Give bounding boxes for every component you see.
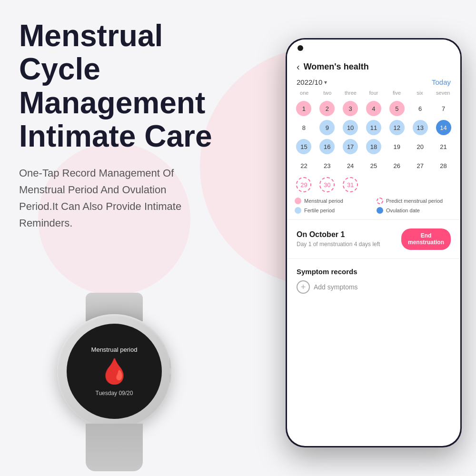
legend-dot-menstrual bbox=[295, 198, 301, 204]
watch-date: Tuesday 09/20 bbox=[96, 390, 133, 397]
weekday-2: two bbox=[316, 88, 339, 98]
calendar-day-31[interactable]: 31 bbox=[339, 176, 362, 194]
legend-ovulation: Ovulation date bbox=[377, 207, 453, 214]
calendar-day-6[interactable]: 6 bbox=[409, 99, 431, 118]
calendar-day-3[interactable]: 3 bbox=[339, 99, 362, 118]
symptom-title: Symptom records bbox=[297, 268, 451, 276]
calendar-day-2[interactable]: 2 bbox=[316, 99, 338, 118]
watch-crown-secondary bbox=[169, 374, 171, 383]
info-section: On October 1 Day 1 of menstruation 4 day… bbox=[287, 222, 460, 257]
weekday-3: three bbox=[339, 88, 362, 98]
calendar-day-10[interactable]: 10 bbox=[339, 119, 362, 137]
watch-icon: 🩸 bbox=[99, 357, 130, 386]
weekday-1: one bbox=[293, 88, 316, 98]
divider-2 bbox=[287, 258, 460, 259]
phone-top-bar bbox=[287, 40, 460, 58]
legend-label-menstrual: Menstrual period bbox=[304, 198, 343, 204]
weekday-5: five bbox=[385, 88, 408, 98]
month-label: 2022/10 bbox=[297, 78, 322, 86]
watch-body: Menstrual period 🩸 Tuesday 09/20 bbox=[57, 314, 171, 428]
calendar-days: 1234567891011121314151617181920212223242… bbox=[293, 99, 455, 194]
watch-crown bbox=[169, 355, 171, 369]
calendar-day-1[interactable]: 1 bbox=[293, 99, 315, 118]
info-text-group: On October 1 Day 1 of menstruation 4 day… bbox=[297, 230, 380, 248]
month-selector: 2022/10 ▾ Today bbox=[287, 76, 460, 88]
calendar-day-9[interactable]: 9 bbox=[316, 119, 338, 137]
camera-hole bbox=[298, 45, 303, 51]
calendar-day-18[interactable]: 18 bbox=[363, 138, 385, 156]
calendar-day-15[interactable]: 15 bbox=[293, 138, 315, 156]
watch-label: Menstrual period bbox=[91, 346, 138, 353]
calendar-day-22[interactable]: 22 bbox=[293, 157, 315, 175]
calendar-day-23[interactable]: 23 bbox=[316, 157, 338, 175]
main-title: Menstrual Cycle Management Intimate Care bbox=[19, 19, 233, 153]
weekday-7: seven bbox=[431, 88, 455, 98]
app-title: Women's health bbox=[304, 62, 369, 72]
phone-body: ‹ Women's health 2022/10 ▾ Today one two… bbox=[286, 38, 462, 447]
calendar-day-14[interactable]: 14 bbox=[432, 119, 455, 137]
symptom-section: Symptom records + Add symptoms bbox=[287, 261, 460, 300]
calendar-day-19[interactable]: 19 bbox=[386, 138, 408, 156]
calendar-day-8[interactable]: 8 bbox=[293, 119, 315, 137]
today-button[interactable]: Today bbox=[432, 78, 451, 86]
weekday-6: six bbox=[408, 88, 432, 98]
calendar-day-29[interactable]: 29 bbox=[293, 176, 315, 194]
legend-fertile: Fertile period bbox=[295, 207, 371, 214]
info-sub: Day 1 of menstruation 4 days left bbox=[297, 241, 380, 248]
calendar-day-30[interactable]: 30 bbox=[316, 176, 338, 194]
calendar-day-17[interactable]: 17 bbox=[339, 138, 362, 156]
legend-predict: Predict menstrual period bbox=[377, 198, 453, 204]
info-row: On October 1 Day 1 of menstruation 4 day… bbox=[297, 228, 451, 250]
subtitle-text: One-Tap Record Management Of Menstrual P… bbox=[19, 165, 190, 232]
calendar-day-12[interactable]: 12 bbox=[386, 119, 408, 137]
add-symptoms-label: Add symptoms bbox=[314, 283, 358, 291]
watch-band-bottom bbox=[86, 424, 143, 471]
calendar-day-4[interactable]: 4 bbox=[363, 99, 385, 118]
calendar-day-25[interactable]: 25 bbox=[363, 157, 385, 175]
calendar-day-21[interactable]: 21 bbox=[432, 138, 455, 156]
calendar-day-27[interactable]: 27 bbox=[409, 157, 431, 175]
back-arrow-icon[interactable]: ‹ bbox=[297, 61, 300, 72]
app-header: ‹ Women's health bbox=[287, 58, 460, 76]
calendar-day-20[interactable]: 20 bbox=[409, 138, 431, 156]
calendar-day-26[interactable]: 26 bbox=[386, 157, 408, 175]
legend-dot-ovulation bbox=[377, 207, 383, 214]
divider-1 bbox=[287, 219, 460, 220]
watch-screen: Menstrual period 🩸 Tuesday 09/20 bbox=[67, 324, 162, 419]
plus-icon: + bbox=[297, 280, 310, 294]
month-label-group[interactable]: 2022/10 ▾ bbox=[297, 78, 327, 86]
phone-screen: ‹ Women's health 2022/10 ▾ Today one two… bbox=[287, 40, 460, 446]
phone-mockup: ‹ Women's health 2022/10 ▾ Today one two… bbox=[286, 38, 462, 457]
calendar-day-11[interactable]: 11 bbox=[363, 119, 385, 137]
calendar-legend: Menstrual period Predict menstrual perio… bbox=[287, 194, 460, 218]
calendar-day-16[interactable]: 16 bbox=[316, 138, 338, 156]
legend-label-predict: Predict menstrual period bbox=[386, 198, 443, 204]
add-symptoms-button[interactable]: + Add symptoms bbox=[297, 280, 451, 294]
legend-label-ovulation: Ovulation date bbox=[386, 208, 420, 213]
smartwatch: Menstrual period 🩸 Tuesday 09/20 bbox=[48, 305, 181, 466]
calendar-grid: one two three four five six seven 123456… bbox=[287, 88, 460, 194]
calendar-day-28[interactable]: 28 bbox=[432, 157, 455, 175]
legend-dot-predict bbox=[377, 198, 383, 204]
legend-dot-fertile bbox=[295, 207, 301, 214]
info-date: On October 1 bbox=[297, 230, 380, 239]
legend-menstrual: Menstrual period bbox=[295, 198, 371, 204]
calendar-day-24[interactable]: 24 bbox=[339, 157, 362, 175]
calendar-day-7[interactable]: 7 bbox=[432, 99, 455, 118]
calendar-day-5[interactable]: 5 bbox=[386, 99, 408, 118]
weekday-4: four bbox=[362, 88, 386, 98]
legend-label-fertile: Fertile period bbox=[304, 208, 335, 213]
calendar-weekdays: one two three four five six seven bbox=[293, 88, 455, 98]
left-panel: Menstrual Cycle Management Intimate Care… bbox=[19, 19, 233, 231]
end-menstruation-button[interactable]: End menstruation bbox=[401, 228, 451, 250]
month-dropdown-icon: ▾ bbox=[324, 79, 327, 86]
calendar-day-13[interactable]: 13 bbox=[409, 119, 431, 137]
